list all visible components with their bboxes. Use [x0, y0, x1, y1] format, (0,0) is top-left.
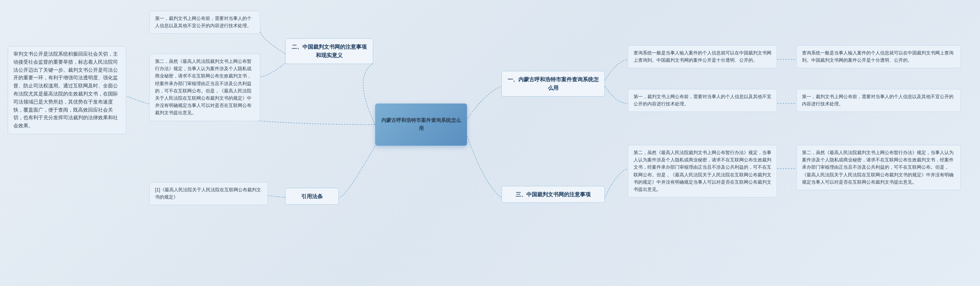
citation-label-node: 引用法条	[285, 188, 339, 205]
left-main-node: 审判文书公开是法院系统积极回应社会关切，主动接受社会监督的重要举措，标志着人民法…	[8, 46, 126, 134]
r-content-5-node: 第一，裁判文书上网公布前，需要对当事人的个人信息以及其他不宜公开的内容进行技术处…	[796, 89, 961, 112]
r-content-6-text: 第二，虽然《最高人民法院裁判文书上网公布暂行办法》规定，当事人认为案件涉及个人隐…	[802, 150, 954, 185]
r2-label-node: 三、中国裁判文书网的注意事项	[501, 186, 605, 203]
r-content-3-text: 第二，虽然《最高人民法院裁判文书上网公布暂行办法》规定，当事人认为案件涉及个人隐…	[634, 150, 771, 192]
r-content-1-node: 查询系统一般是当事人输入案件的个人信息就可以在中国裁判文书网上查询到。中国裁判文…	[628, 45, 777, 68]
l1-left-label: 二、中国裁判文书网的注意事项和现实意义	[292, 44, 367, 58]
r-content-5-text: 第一，裁判文书上网公布前，需要对当事人的个人信息以及其他不宜公开的内容进行技术处…	[802, 94, 954, 107]
citation-content-node: [1]《最高人民法院关于人民法院在互联网公布裁判文书的规定》	[149, 182, 268, 205]
r-content-4-text: 查询系统一般是当事人输入案件的个人信息就可以在中国裁判文书网上查询到。中国裁判文…	[802, 50, 954, 63]
connection-lines	[0, 0, 980, 286]
top-content-1-text: 第一，裁判文书上网公布前，需要对当事人的个人信息以及其他不宜公开的内容进行技术处…	[155, 16, 252, 28]
top-content-2-node: 第二，虽然《最高人民法院裁判文书上网公布暂行办法》规定，当事人认为案件涉及个人隐…	[149, 54, 260, 121]
r-content-2-node: 第一，裁判文书上网公布前，需要对当事人的个人信息以及其他不宜公开的内容进行技术处…	[628, 89, 777, 112]
r-content-4-node: 查询系统一般是当事人输入案件的个人信息就可以在中国裁判文书网上查询到。中国裁判文…	[796, 45, 961, 68]
r-content-6-node: 第二，虽然《最高人民法院裁判文书上网公布暂行办法》规定，当事人认为案件涉及个人隐…	[796, 145, 961, 190]
mindmap-container: 内蒙古呼和浩特市案件查询系统怎么用 审判文书公开是法院系统积极回应社会关切，主动…	[0, 0, 980, 286]
citation-content-text: [1]《最高人民法院关于人民法院在互联网公布裁判文书的规定》	[155, 187, 261, 200]
r-content-2-text: 第一，裁判文书上网公布前，需要对当事人的个人信息以及其他不宜公开的内容进行技术处…	[634, 94, 771, 107]
center-title: 内蒙古呼和浩特市案件查询系统怎么用	[381, 117, 462, 133]
top-content-2-text: 第二，虽然《最高人民法院裁判文书上网公布暂行办法》规定，当事人认为案件涉及个人隐…	[155, 59, 252, 115]
r1-label-text: 一、内蒙古呼和浩特市案件查询系统怎么用	[508, 76, 599, 91]
r-content-3-node: 第二，虽然《最高人民法院裁判文书上网公布暂行办法》规定，当事人认为案件涉及个人隐…	[628, 145, 777, 197]
l1-left-node: 二、中国裁判文书网的注意事项和现实意义	[285, 38, 373, 64]
r-content-1-text: 查询系统一般是当事人输入案件的个人信息就可以在中国裁判文书网上查询到。中国裁判文…	[634, 50, 771, 63]
center-node: 内蒙古呼和浩特市案件查询系统怎么用	[375, 104, 467, 146]
top-content-1-node: 第一，裁判文书上网公布前，需要对当事人的个人信息以及其他不宜公开的内容进行技术处…	[149, 11, 260, 34]
left-main-text: 审判文书公开是法院系统积极回应社会关切，主动接受社会监督的重要举措，标志着人民法…	[13, 51, 118, 128]
r2-label-text: 三、中国裁判文书网的注意事项	[516, 191, 591, 197]
r1-label-node: 一、内蒙古呼和浩特市案件查询系统怎么用	[501, 71, 605, 97]
citation-label-text: 引用法条	[301, 193, 323, 199]
